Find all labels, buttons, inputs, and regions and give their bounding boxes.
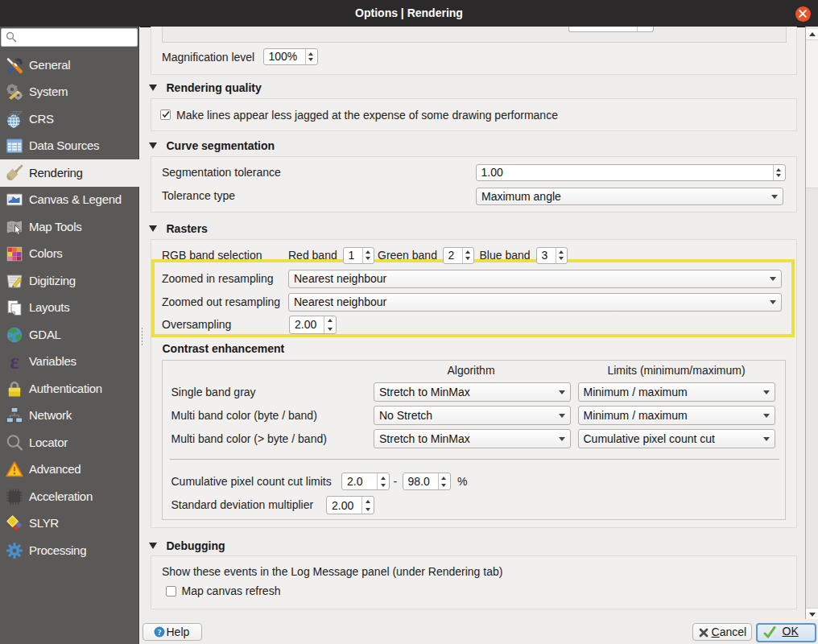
svg-text:ε: ε [10, 352, 19, 371]
svg-text:?: ? [157, 628, 161, 637]
